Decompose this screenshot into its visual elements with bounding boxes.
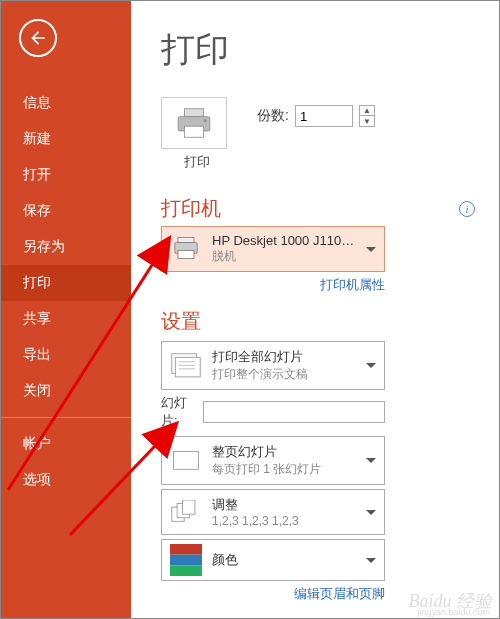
- chevron-down-icon: [366, 247, 376, 252]
- layout-sub: 每页打印 1 张幻灯片: [212, 461, 356, 478]
- copies-spinner[interactable]: ▲ ▼: [359, 105, 375, 127]
- slides-field-label: 幻灯片:: [161, 394, 203, 430]
- svg-rect-2: [185, 126, 204, 137]
- arrow-left-icon: [28, 28, 48, 48]
- full-page-icon: [170, 447, 202, 475]
- print-scope-dropdown[interactable]: 打印全部幻灯片 打印整个演示文稿: [161, 341, 385, 390]
- sidebar-item-print[interactable]: 打印: [1, 265, 131, 301]
- sidebar-item-saveas[interactable]: 另存为: [1, 229, 131, 265]
- svg-rect-12: [174, 452, 199, 470]
- collate-sub: 1,2,3 1,2,3 1,2,3: [212, 514, 356, 528]
- svg-rect-18: [170, 565, 202, 576]
- printer-section-title: 打印机: [161, 195, 221, 222]
- sidebar-item-save[interactable]: 保存: [1, 193, 131, 229]
- printer-icon: [175, 106, 213, 140]
- slides-range-input[interactable]: [203, 401, 385, 423]
- svg-rect-8: [175, 358, 200, 378]
- main-panel: 打印 打印 份数: ▲ ▼: [131, 1, 499, 618]
- watermark-sub: jingyan.baidu.com: [417, 607, 490, 617]
- sidebar-item-share[interactable]: 共享: [1, 301, 131, 337]
- color-title: 颜色: [212, 551, 356, 569]
- edit-header-footer-link[interactable]: 编辑页眉和页脚: [161, 585, 385, 603]
- info-icon[interactable]: i: [459, 201, 475, 217]
- sidebar-item-options[interactable]: 选项: [1, 462, 131, 498]
- print-button[interactable]: 打印: [161, 97, 233, 171]
- sidebar-item-new[interactable]: 新建: [1, 121, 131, 157]
- collate-dropdown[interactable]: 调整 1,2,3 1,2,3 1,2,3: [161, 489, 385, 535]
- spinner-down-icon[interactable]: ▼: [360, 116, 374, 126]
- chevron-down-icon: [366, 363, 376, 368]
- svg-point-3: [204, 119, 207, 122]
- page-title: 打印: [161, 27, 475, 73]
- chevron-down-icon: [366, 510, 376, 515]
- collate-title: 调整: [212, 496, 356, 514]
- svg-rect-17: [170, 555, 202, 566]
- layout-title: 整页幻灯片: [212, 443, 356, 461]
- chevron-down-icon: [366, 458, 376, 463]
- settings-section-title: 设置: [161, 308, 475, 335]
- printer-device-icon: [170, 235, 202, 263]
- svg-rect-5: [178, 238, 194, 243]
- spinner-up-icon[interactable]: ▲: [360, 106, 374, 116]
- sidebar-item-export[interactable]: 导出: [1, 337, 131, 373]
- scope-sub: 打印整个演示文稿: [212, 366, 356, 383]
- sidebar-item-close[interactable]: 关闭: [1, 373, 131, 409]
- color-dropdown[interactable]: 颜色: [161, 539, 385, 581]
- print-button-label: 打印: [161, 153, 233, 171]
- svg-rect-16: [170, 544, 202, 555]
- svg-rect-6: [178, 251, 194, 259]
- sidebar-item-open[interactable]: 打开: [1, 157, 131, 193]
- printer-properties-link[interactable]: 打印机属性: [161, 276, 385, 294]
- sidebar: 信息 新建 打开 保存 另存为 打印 共享 导出 关闭 帐户 选项: [1, 1, 131, 618]
- scope-title: 打印全部幻灯片: [212, 348, 356, 366]
- collate-icon: [170, 498, 202, 526]
- printer-name: HP Deskjet 1000 J110 s...: [212, 233, 356, 248]
- back-button[interactable]: [19, 19, 57, 57]
- svg-rect-0: [185, 109, 204, 117]
- sidebar-item-account[interactable]: 帐户: [1, 426, 131, 462]
- slides-all-icon: [170, 352, 202, 380]
- printer-status: 脱机: [212, 248, 356, 265]
- printer-dropdown[interactable]: HP Deskjet 1000 J110 s... 脱机: [161, 226, 385, 272]
- layout-dropdown[interactable]: 整页幻灯片 每页打印 1 张幻灯片: [161, 436, 385, 485]
- sidebar-separator: [1, 417, 131, 418]
- svg-rect-15: [182, 500, 194, 514]
- chevron-down-icon: [366, 558, 376, 563]
- copies-label: 份数:: [257, 107, 289, 125]
- color-swatch-icon: [170, 546, 202, 574]
- sidebar-item-info[interactable]: 信息: [1, 85, 131, 121]
- copies-input[interactable]: [295, 105, 353, 127]
